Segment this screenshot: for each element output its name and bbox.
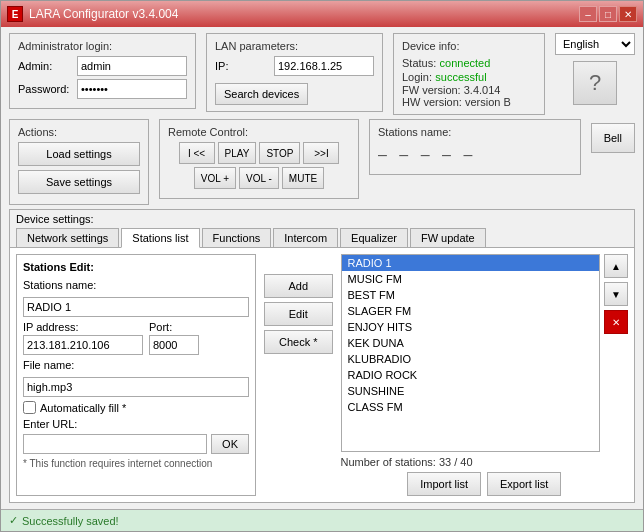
top-section: Administrator login: Admin: Password: LA… [9,33,635,115]
bell-button[interactable]: Bell [591,123,635,153]
url-input[interactable] [23,434,207,454]
stations-edit-panel: Stations Edit: Stations name: IP address… [16,254,256,496]
actions-label: Actions: [18,126,140,138]
list-item[interactable]: RADIO ROCK [342,367,599,383]
stations-list[interactable]: RADIO 1MUSIC FMBEST FMSLAGER FMENJOY HIT… [341,254,600,452]
stop-button[interactable]: STOP [259,142,300,164]
fw-version: FW version: 3.4.014 [402,84,536,96]
url-row: Enter URL: OK [23,418,249,454]
play-button[interactable]: PLAY [218,142,257,164]
password-input[interactable] [77,79,187,99]
actions-box: Actions: Load settings Save settings [9,119,149,205]
scroll-down-button[interactable]: ▼ [604,282,628,306]
list-section: RADIO 1MUSIC FMBEST FMSLAGER FMENJOY HIT… [341,254,628,496]
username-input[interactable] [77,56,187,76]
list-item[interactable]: RADIO 1 [342,255,599,271]
remote-row-2: VOL + VOL - MUTE [168,167,350,189]
list-item[interactable]: BEST FM [342,287,599,303]
admin-label: Administrator login: [18,40,187,52]
remote-row-1: I << PLAY STOP >>I [168,142,350,164]
auto-fill-row: Automatically fill * [23,401,249,414]
status-value: connected [440,57,491,69]
auto-fill-checkbox[interactable] [23,401,36,414]
hw-value: version B [465,96,511,108]
lan-section: LAN parameters: IP: Search devices [206,33,383,112]
next-button[interactable]: >>I [303,142,339,164]
station-ip-input[interactable] [23,335,143,355]
scroll-controls: ▲ ▼ ✕ [604,254,628,452]
station-file-input[interactable] [23,377,249,397]
internet-note: * This function requires internet connec… [23,458,249,469]
auto-fill-label: Automatically fill * [40,402,126,414]
list-item[interactable]: CLASS FM [342,399,599,415]
window-controls: – □ ✕ [579,6,637,22]
title-bar-left: E LARA Configurator v3.4.004 [7,6,178,22]
station-port-input[interactable] [149,335,199,355]
maximize-button[interactable]: □ [599,6,617,22]
app-icon: E [7,6,23,22]
tab-fw-update[interactable]: FW update [410,228,486,247]
tabs-bar: Network settings Stations list Functions… [10,225,634,248]
delete-button[interactable]: ✕ [604,310,628,334]
save-settings-button[interactable]: Save settings [18,170,140,194]
list-item[interactable]: KLUBRADIO [342,351,599,367]
import-export-row: Import list Export list [341,472,628,496]
language-select[interactable]: English German French [555,33,635,55]
export-list-button[interactable]: Export list [487,472,561,496]
main-window: E LARA Configurator v3.4.004 – □ ✕ Admin… [0,0,644,532]
stations-name-label: Stations name: [378,126,572,138]
hw-version: HW version: version B [402,96,536,108]
list-item[interactable]: MUSIC FM [342,271,599,287]
port-field-label: Port: [149,321,199,333]
list-item[interactable]: KEK DUNA [342,335,599,351]
tab-equalizer[interactable]: Equalizer [340,228,408,247]
minimize-button[interactable]: – [579,6,597,22]
bell-section: Bell [591,119,635,153]
status-label: Status: [402,57,436,69]
title-bar: E LARA Configurator v3.4.004 – □ ✕ [1,1,643,27]
check-button[interactable]: Check * [264,330,333,354]
help-button[interactable]: ? [573,61,617,105]
status-icon: ✓ [9,514,18,527]
prev-button[interactable]: I << [179,142,215,164]
import-list-button[interactable]: Import list [407,472,481,496]
tab-intercom[interactable]: Intercom [273,228,338,247]
close-button[interactable]: ✕ [619,6,637,22]
name-edit-label: Stations name: [23,279,249,291]
device-info-section: Device info: Status: connected Login: su… [393,33,545,115]
login-value: successful [435,71,486,83]
lang-section: English German French ? [555,33,635,105]
station-name-input[interactable] [23,297,249,317]
edit-button[interactable]: Edit [264,302,333,326]
ip-input[interactable] [274,56,374,76]
load-settings-button[interactable]: Load settings [18,142,140,166]
actions-section: Actions: Load settings Save settings Rem… [9,119,635,205]
device-settings-box: Device settings: Network settings Statio… [9,209,635,503]
tab-stations[interactable]: Stations list [121,228,199,248]
password-label: Password: [18,83,73,95]
tab-network[interactable]: Network settings [16,228,119,247]
list-action-buttons: Add Edit Check * [264,254,333,496]
mute-button[interactable]: MUTE [282,167,324,189]
tab-functions[interactable]: Functions [202,228,272,247]
search-devices-button[interactable]: Search devices [215,83,308,105]
login-label: Login: [402,71,432,83]
vol-down-button[interactable]: VOL - [239,167,279,189]
fw-value: 3.4.014 [464,84,501,96]
list-item[interactable]: SUNSHINE [342,383,599,399]
stations-edit-title: Stations Edit: [23,261,249,273]
list-item[interactable]: ENJOY HITS [342,319,599,335]
ip-row: IP: [215,56,374,76]
list-item[interactable]: SLAGER FM [342,303,599,319]
url-input-row: OK [23,434,249,454]
port-field-group: Port: [149,321,199,355]
vol-up-button[interactable]: VOL + [194,167,236,189]
url-ok-button[interactable]: OK [211,434,249,454]
main-content: Administrator login: Admin: Password: LA… [1,27,643,509]
add-button[interactable]: Add [264,274,333,298]
ip-field-label: IP address: [23,321,143,333]
status-bar: ✓ Successfully saved! [1,509,643,531]
stations-name-section: Stations name: – – – – – [369,119,581,175]
tab-content-stations: Stations Edit: Stations name: IP address… [10,248,634,502]
scroll-up-button[interactable]: ▲ [604,254,628,278]
